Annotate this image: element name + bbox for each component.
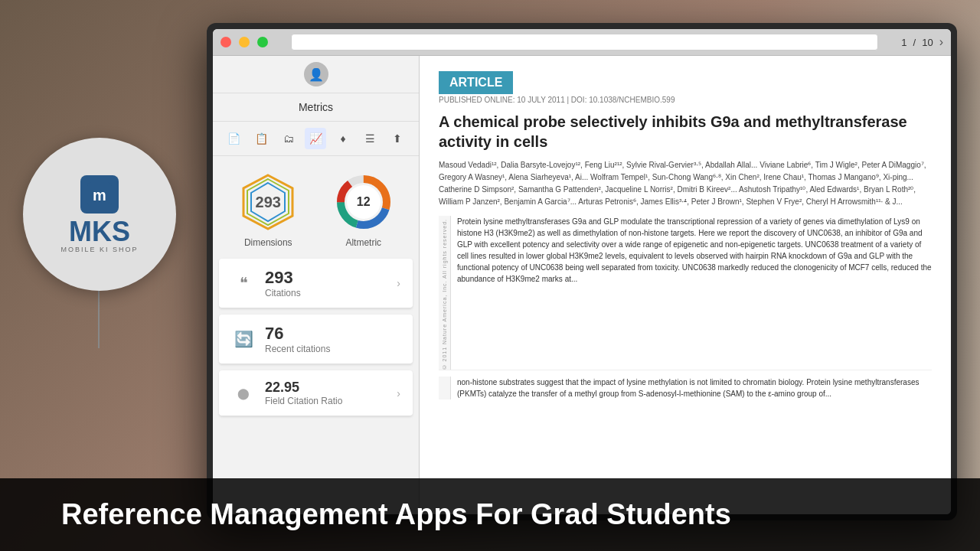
second-abstract-section: non-histone substrates suggest that the … [439,370,932,399]
abstract-text-wrapper: Protein lysine methyltransferases G9a an… [451,216,932,370]
second-abstract-wrapper: non-histone substrates suggest that the … [451,377,932,399]
altmetric-label: Altmetric [345,237,381,248]
toolbar-chart-icon[interactable]: 📈 [305,128,326,149]
citations-row[interactable]: ❝ 293 Citations › [219,259,413,308]
citations-arrow: › [397,277,400,289]
citations-label: Citations [265,288,387,298]
dimensions-label: Dimensions [244,237,292,248]
svg-text:m: m [93,187,106,204]
mks-icon: m [80,175,119,214]
citations-number: 293 [265,268,387,288]
rights-bar: © 2011 Nature America, Inc. All rights r… [439,216,451,370]
toolbar-upload-icon[interactable]: ⬆ [387,128,408,149]
article-badge: ARTICLE [439,71,513,94]
altmetric-chart: 12 Altmetric [333,171,394,248]
abstract-section: © 2011 Nature America, Inc. All rights r… [439,216,932,370]
cable-decoration [98,287,100,348]
article-doi: PUBLISHED ONLINE: 10 JULY 2011 | DOI: 10… [439,96,932,104]
article-title: A chemical probe selectively inhibits G9… [439,112,932,152]
toolbar-copy-icon[interactable]: 📋 [250,128,272,149]
field-citation-number: 22.95 [265,380,387,396]
hexagon-container: 293 [237,171,299,233]
maximize-button[interactable] [257,37,268,47]
laptop-screen: 1 / 10 › 👤 Metrics 📄 📋 🗂 📈 [213,29,951,514]
close-button[interactable] [220,37,231,47]
dimensions-value: 293 [256,194,281,211]
toolbar-doc-icon[interactable]: 📄 [224,128,245,149]
altmetric-value: 12 [357,195,371,209]
nav-next-arrow[interactable]: › [939,35,943,49]
metrics-toolbar: 📄 📋 🗂 📈 ♦ ☰ ⬆ [213,122,419,156]
mks-logo: m MKS MOBILE KI SHOP [23,138,176,291]
recent-citations-label: Recent citations [265,344,400,354]
toolbar-list-icon[interactable]: ☰ [360,128,381,149]
dimensions-chart: 293 Dimensions [237,171,299,248]
nav-counter: 1 / 10 › [901,35,943,49]
banner-text: Reference Management Apps For Grad Stude… [61,498,731,531]
nav-total: 10 [922,37,933,48]
charts-area: 293 Dimensions [213,156,419,256]
field-citation-icon: ⬤ [231,381,256,406]
second-abstract-text: non-histone substrates suggest that the … [457,377,932,399]
field-citation-label: Field Citation Ratio [265,396,387,406]
toolbar-layers-icon[interactable]: 🗂 [278,128,299,149]
mks-subtitle-text: MOBILE KI SHOP [60,246,138,253]
user-avatar: 👤 [304,62,328,86]
mks-brand-text: MKS [69,218,130,246]
field-citation-ratio-row[interactable]: ⬤ 22.95 Field Citation Ratio › [219,370,413,416]
rights-text: © 2011 Nature America, Inc. All rights r… [442,219,447,370]
recent-citations-number: 76 [265,324,400,344]
recent-citations-content: 76 Recent citations [265,324,400,354]
field-citation-arrow: › [397,387,400,399]
nav-current: 1 [901,37,906,48]
rights-bar-2 [439,377,451,399]
mks-icon-svg: m [86,181,113,208]
top-bar: 1 / 10 › [213,29,951,56]
abstract-text: Protein lysine methyltransferases G9a an… [457,216,932,285]
bottom-banner: Reference Management Apps For Grad Stude… [0,478,980,551]
citations-icon: ❝ [231,271,256,295]
article-authors: Masoud Vedadi¹², Dalia Barsyte-Lovejoy¹²… [439,159,932,208]
citations-content: 293 Citations [265,268,387,298]
laptop-frame: 1 / 10 › 👤 Metrics 📄 📋 🗂 📈 [207,23,957,520]
donut-container: 12 [333,171,394,233]
article-panel: ARTICLE PUBLISHED ONLINE: 10 JULY 2011 |… [420,56,951,514]
metrics-title: Metrics [213,93,419,122]
toolbar-diamond-icon[interactable]: ♦ [332,128,354,149]
minimize-button[interactable] [239,37,250,47]
recent-citations-row[interactable]: 🔄 76 Recent citations [219,315,413,364]
article-content: ARTICLE PUBLISHED ONLINE: 10 JULY 2011 |… [420,56,951,514]
field-citation-content: 22.95 Field Citation Ratio [265,380,387,406]
address-bar[interactable] [291,34,878,51]
metrics-panel: 👤 Metrics 📄 📋 🗂 📈 ♦ ☰ ⬆ [213,56,420,514]
recent-citations-icon: 🔄 [231,327,256,351]
main-content: 👤 Metrics 📄 📋 🗂 📈 ♦ ☰ ⬆ [213,56,951,514]
nav-separator: / [913,37,916,48]
